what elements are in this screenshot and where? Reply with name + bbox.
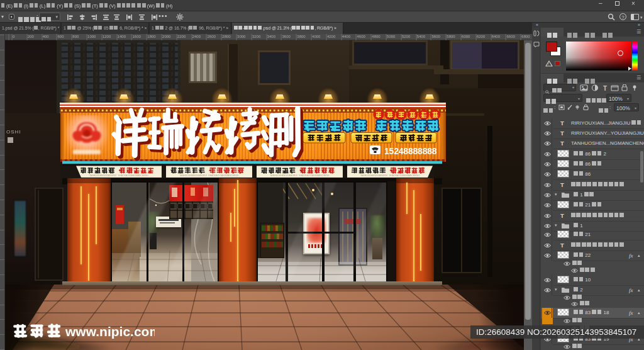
svg-text:TANHUOSHENGXIANGRUI SHAOKAOXI: TANHUOSHENGXIANGRUI SHAOKAOXIANGMANCHENG bbox=[360, 174, 420, 177]
svg-text:15248888888: 15248888888 bbox=[384, 146, 437, 156]
svg-text:www.nipic.com: www.nipic.com bbox=[65, 324, 155, 339]
svg-text:TANHUOSHENGXIANGRUI SHAOKAOXI: TANHUOSHENGXIANGRUI SHAOKAOXIANGMANCHENG bbox=[270, 174, 330, 177]
svg-text:!: ! bbox=[548, 62, 549, 66]
svg-text:TANHUOSHENGXIANGRUI SHAOKAOXI: TANHUOSHENGXIANGRUI SHAOKAOXIANGMANCHENG bbox=[89, 174, 149, 177]
svg-text:TANHUOSHENGXIANGRUI SHAOKAOXI: TANHUOSHENGXIANGRUI SHAOKAOXIANGMANCHENG bbox=[179, 174, 239, 177]
svg-text:T: T bbox=[603, 85, 607, 92]
